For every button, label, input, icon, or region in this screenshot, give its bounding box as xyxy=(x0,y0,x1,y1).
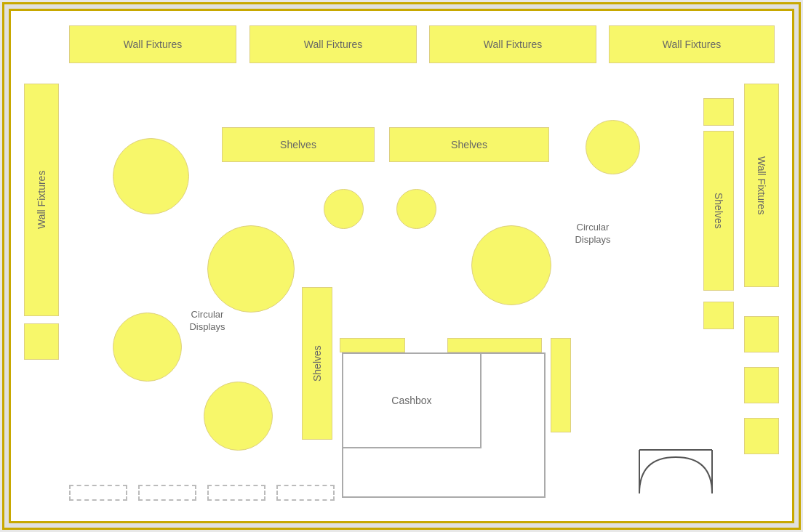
cashbox-outer: Cashbox xyxy=(342,352,546,498)
circular-displays-label-right: CircularDisplays xyxy=(560,222,626,246)
shelf-cashbox-top-right xyxy=(447,338,542,352)
wall-fixture-top-1: Wall Fixtures xyxy=(69,25,236,63)
shelf-vertical-center: Shelves xyxy=(302,287,332,440)
wall-fixture-right-1: Wall Fixtures xyxy=(744,84,779,287)
bottom-dashed-2 xyxy=(138,485,196,501)
bottom-dashed-3 xyxy=(207,485,265,501)
shelf-cashbox-right xyxy=(551,338,571,432)
shelf-top-right: Shelves xyxy=(389,127,549,162)
circle-small-center-2 xyxy=(396,189,436,229)
wall-fixture-top-2: Wall Fixtures xyxy=(249,25,417,63)
circle-medium-right-top xyxy=(586,120,640,174)
wall-fixture-left: Wall Fixtures xyxy=(24,84,59,316)
circle-large-top-left xyxy=(113,138,189,214)
right-small-rect-3 xyxy=(744,418,779,454)
circle-small-bottom-2 xyxy=(204,382,273,451)
door xyxy=(628,443,723,501)
circle-small-center-1 xyxy=(324,189,364,229)
circle-medium-bottom-1 xyxy=(113,313,182,382)
circular-displays-label-left: CircularDisplays xyxy=(175,309,240,334)
shelves-right-vertical: Shelves xyxy=(703,131,734,291)
shelf-top-left: Shelves xyxy=(222,127,375,162)
wall-fixture-top-4: Wall Fixtures xyxy=(609,25,775,63)
bottom-dashed-4 xyxy=(276,485,335,501)
right-small-rect-1 xyxy=(744,316,779,352)
wall-fixture-right-bottom-small xyxy=(703,302,734,329)
wall-fixture-right-top-small xyxy=(703,98,734,126)
cashbox-inner: Cashbox xyxy=(343,354,482,448)
right-small-rect-2 xyxy=(744,367,779,403)
cashbox-label: Cashbox xyxy=(391,395,431,406)
shelf-cashbox-top-left xyxy=(340,338,405,352)
floor-plan: Wall Fixtures Wall Fixtures Wall Fixture… xyxy=(9,9,794,523)
wall-fixture-top-3: Wall Fixtures xyxy=(429,25,596,63)
circle-large-center-left xyxy=(207,225,295,313)
circle-large-right xyxy=(471,225,551,305)
bottom-dashed-1 xyxy=(69,485,127,501)
left-small-top xyxy=(24,323,59,360)
